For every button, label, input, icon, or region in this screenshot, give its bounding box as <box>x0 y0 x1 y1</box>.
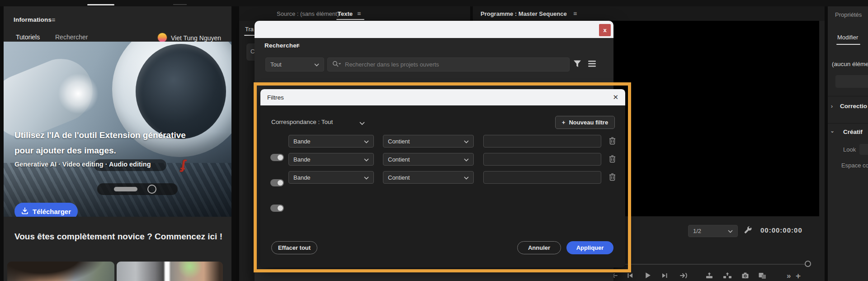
section-corrections[interactable]: Correctio <box>840 103 867 110</box>
filter-field-select[interactable]: Bande <box>288 171 374 184</box>
filtres-dialog: Filtres ✕ Correspondance : Tout + Nouvea… <box>260 89 625 267</box>
filter-value-input[interactable] <box>483 153 601 166</box>
section-creatif[interactable]: Créatif <box>843 129 863 135</box>
clear-all-button[interactable]: Effacer tout <box>271 241 317 254</box>
premiere-pro-app: Informations ≡ Tutoriels Rechercher Viet… <box>0 0 868 281</box>
step-back-icon[interactable] <box>627 272 634 279</box>
filter-field-select[interactable]: Bande <box>288 153 374 166</box>
search-input[interactable] <box>345 61 565 68</box>
new-filter-button[interactable]: + Nouveau filtre <box>555 116 615 129</box>
search-scope-select[interactable]: Tout <box>265 57 324 71</box>
filter-field-value: Bande <box>293 138 311 145</box>
panel-divider-right <box>825 6 828 281</box>
tab-source[interactable]: Source : (sans élément) <box>277 10 339 17</box>
section-divider-2 <box>828 123 868 124</box>
apply-button[interactable]: Appliquer <box>566 241 613 254</box>
new-filter-label: Nouveau filtre <box>569 119 608 126</box>
export-frame-camera-icon[interactable] <box>741 272 749 279</box>
proprietes-panel-title: Propriétés <box>835 11 862 18</box>
match-mode-chevron-icon[interactable] <box>359 120 365 127</box>
search-icon <box>332 61 341 69</box>
hero-headline-line2: pour ajouter des images. <box>14 146 116 156</box>
comparison-view-icon[interactable] <box>758 272 767 279</box>
chevron-down-section-icon[interactable]: ⌄ <box>830 128 835 134</box>
filter-row-toggle[interactable] <box>270 205 284 212</box>
trash-icon[interactable] <box>609 172 616 182</box>
sort-options-icon[interactable] <box>588 61 596 68</box>
rechercher-panel-menu-icon[interactable]: ≡ <box>296 42 300 49</box>
window-top-chrome <box>0 0 868 6</box>
chevron-down-icon <box>464 138 469 145</box>
step-forward-icon[interactable] <box>661 272 668 279</box>
search-input-wrap <box>327 57 570 71</box>
programme-panel-menu-icon[interactable]: ≡ <box>573 10 577 17</box>
tab-modifier[interactable]: Modifier <box>837 34 858 41</box>
proprietes-panel: Propriétés Modifier (aucun éléme › Corre… <box>828 6 868 281</box>
filter-operator-select[interactable]: Contient <box>383 153 474 166</box>
hero-promo-card[interactable]: Utilisez l'IA de l'outil Extension génér… <box>4 42 231 217</box>
tab-texte[interactable]: Texte <box>338 10 353 17</box>
play-icon[interactable] <box>644 271 651 279</box>
more-controls-icon[interactable]: » <box>787 271 791 281</box>
rechercher-panel-title: Rechercher <box>264 42 299 49</box>
trash-icon[interactable] <box>609 136 616 146</box>
panel-divider-left <box>231 6 239 281</box>
filter-row-toggle[interactable] <box>270 179 284 186</box>
texte-panel-menu-icon[interactable]: ≡ <box>357 10 361 17</box>
look-select-fragment[interactable] <box>859 144 868 155</box>
filter-field-value: Bande <box>293 174 311 181</box>
hero-tags: Generative AI · Video editing · Audio ed… <box>14 161 151 168</box>
filter-operator-value: Contient <box>388 138 410 145</box>
hero-player-loop-icon[interactable] <box>147 185 156 194</box>
tab-programme[interactable]: Programme : Master Sequence <box>481 10 567 17</box>
chevron-down-icon <box>364 138 369 145</box>
rechercher-window-titlebar[interactable] <box>255 21 613 38</box>
filtres-dialog-header[interactable]: Filtres ✕ <box>260 89 625 105</box>
tab-tutoriels[interactable]: Tutoriels <box>16 33 40 41</box>
tab-rechercher[interactable]: Rechercher <box>55 33 88 41</box>
filter-value-input[interactable] <box>483 135 601 148</box>
download-button[interactable]: Télécharger <box>14 203 78 217</box>
astronaut-visor-graphic <box>136 44 226 139</box>
add-button-icon[interactable]: + <box>796 271 801 281</box>
chevron-down-icon <box>364 174 369 181</box>
cancel-button[interactable]: Annuler <box>517 241 561 254</box>
filter-operator-select[interactable]: Contient <box>383 135 474 148</box>
informations-panel-menu-icon[interactable]: ≡ <box>52 16 55 24</box>
match-mode-label[interactable]: Correspondance : Tout <box>271 119 333 125</box>
filter-row-toggle[interactable] <box>270 154 284 161</box>
go-to-out-icon[interactable] <box>679 272 688 279</box>
workspace-mark <box>173 4 187 5</box>
filter-operator-select[interactable]: Contient <box>383 171 474 184</box>
no-element-note: (aucun éléme <box>832 61 868 67</box>
hero-player-controls[interactable] <box>97 183 178 195</box>
empty-field-box[interactable] <box>835 75 868 88</box>
trash-icon[interactable] <box>609 154 616 164</box>
chevron-right-icon[interactable]: › <box>831 103 833 110</box>
informations-panel: Informations ≡ Tutoriels Rechercher Viet… <box>4 6 231 281</box>
settings-wrench-icon[interactable] <box>744 226 753 235</box>
filter-value-input[interactable] <box>483 171 601 184</box>
chevron-down-icon <box>464 174 469 181</box>
tutorial-thumbnail-2[interactable] <box>117 262 223 281</box>
chevron-down-icon <box>314 61 319 68</box>
program-scrub-handle[interactable] <box>805 261 811 267</box>
filter-operator-value: Contient <box>388 174 410 181</box>
lift-icon[interactable] <box>705 272 713 279</box>
tab-modifier-underline <box>836 44 860 45</box>
filtres-close-icon[interactable]: ✕ <box>613 93 618 101</box>
search-scope-value: Tout <box>270 61 282 68</box>
tab-transcription-fragment[interactable]: Tra <box>245 26 254 33</box>
informations-panel-title: Informations <box>14 16 52 23</box>
tutorial-thumbnail-1[interactable] <box>7 262 114 281</box>
filtres-dialog-title: Filtres <box>267 94 284 101</box>
hero-player-progress[interactable] <box>114 187 137 191</box>
filter-field-select[interactable]: Bande <box>288 135 374 148</box>
extract-icon[interactable] <box>723 272 732 279</box>
filter-funnel-icon[interactable] <box>573 60 581 70</box>
playback-resolution-value: 1/2 <box>693 228 701 234</box>
window-close-button[interactable]: x <box>599 24 611 36</box>
section-divider-1 <box>828 96 868 96</box>
playback-resolution-select[interactable]: 1/2 <box>688 225 738 237</box>
user-avatar[interactable] <box>157 33 167 43</box>
